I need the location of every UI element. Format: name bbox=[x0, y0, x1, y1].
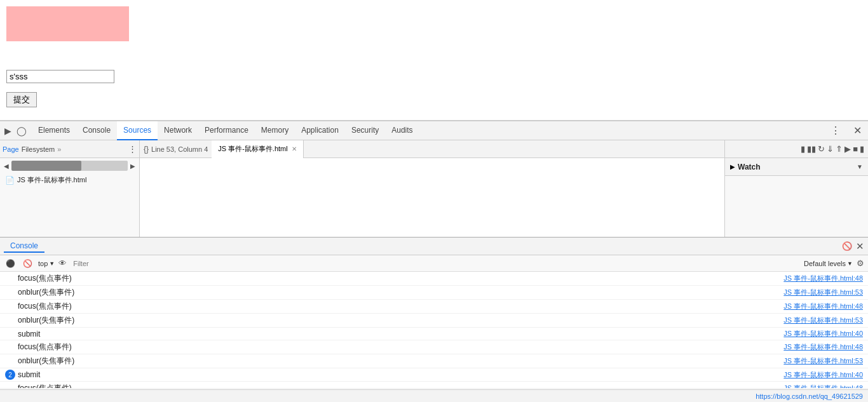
devtools-panel: ▶ ◯ Elements Console Sources Network Per… bbox=[0, 121, 868, 402]
devtools-close-icon[interactable]: ✕ bbox=[850, 123, 865, 138]
submit-button[interactable]: 提交 bbox=[6, 92, 37, 107]
step-out-icon[interactable]: ⇑ bbox=[836, 144, 843, 154]
context-arrow-icon: ▼ bbox=[49, 260, 55, 267]
sources-content-area: ◀ ▶ 📄 JS 事件-鼠标事件.html ▶ Watch ▼ bbox=[0, 158, 868, 237]
log-entry: focus(焦点事件)JS 事件-鼠标事件.html:48 bbox=[0, 300, 868, 314]
log-source-link[interactable]: JS 事件-鼠标事件.html:48 bbox=[783, 302, 863, 311]
status-url: https://blog.csdn.net/qq_49621529 bbox=[756, 392, 863, 400]
tab-console[interactable]: Console bbox=[76, 121, 117, 140]
console-filter-icon[interactable]: 🚫 bbox=[21, 258, 34, 269]
log-text: focus(焦点事件) bbox=[18, 301, 783, 312]
editor-file-tab[interactable]: JS 事件-鼠标事件.html ✕ bbox=[212, 140, 303, 158]
inspect-icon[interactable]: ▶ bbox=[3, 126, 13, 136]
tab-memory[interactable]: Memory bbox=[255, 121, 295, 140]
pause-icon[interactable]: ▮▮ bbox=[807, 144, 816, 154]
resume-icon[interactable]: ▶ bbox=[844, 144, 851, 154]
log-source-link[interactable]: JS 事件-鼠标事件.html:48 bbox=[783, 342, 863, 352]
console-stop-icon[interactable]: ⚫ bbox=[4, 258, 17, 269]
console-tabs: Console 🚫 ✕ bbox=[0, 238, 868, 255]
left-panel-tabs: Page Filesystem » ⋮ bbox=[0, 140, 140, 157]
watch-expand-icon[interactable]: ▶ bbox=[730, 163, 735, 170]
console-eye-icon[interactable]: 👁 bbox=[58, 258, 67, 268]
status-bar: https://blog.csdn.net/qq_49621529 bbox=[0, 389, 868, 402]
log-source-link[interactable]: JS 事件-鼠标事件.html:40 bbox=[783, 370, 863, 380]
console-context-selector[interactable]: top ▼ bbox=[38, 260, 55, 267]
page-area: 提交 bbox=[0, 0, 868, 121]
left-file-panel: ◀ ▶ 📄 JS 事件-鼠标事件.html bbox=[0, 158, 140, 237]
tab-network[interactable]: Network bbox=[158, 121, 198, 140]
devtools-tab-icons: ▶ ◯ bbox=[3, 126, 27, 136]
log-source-link[interactable]: JS 事件-鼠标事件.html:40 bbox=[783, 329, 863, 338]
log-text: onblur(失焦事件) bbox=[18, 315, 783, 326]
console-gear-icon[interactable]: ⚙ bbox=[857, 258, 864, 268]
log-entry: onblur(失焦事件)JS 事件-鼠标事件.html:53 bbox=[0, 286, 868, 300]
console-tab[interactable]: Console bbox=[4, 240, 44, 253]
format-icon2[interactable]: ▮ bbox=[801, 144, 805, 154]
context-label: top bbox=[38, 260, 48, 267]
tab-audits[interactable]: Audits bbox=[385, 121, 419, 140]
more-tabs-icon[interactable]: » bbox=[57, 145, 61, 153]
file-tab-label: JS 事件-鼠标事件.html bbox=[218, 144, 287, 154]
scroll-right-icon[interactable]: ▶ bbox=[130, 163, 135, 170]
console-clear-icon[interactable]: 🚫 bbox=[842, 241, 852, 251]
log-source-link[interactable]: JS 事件-鼠标事件.html:48 bbox=[783, 384, 863, 388]
log-source-link[interactable]: JS 事件-鼠标事件.html:53 bbox=[783, 288, 863, 297]
watch-controls: ▼ bbox=[857, 163, 863, 170]
step-into-icon[interactable]: ⇓ bbox=[827, 144, 834, 154]
devtools-more-icon[interactable]: ⋮ bbox=[827, 123, 844, 138]
log-text: submit bbox=[18, 370, 783, 379]
format-icon[interactable]: {} bbox=[144, 145, 149, 154]
code-editor-panel bbox=[140, 158, 725, 237]
left-panel-menu-icon[interactable]: ⋮ bbox=[128, 144, 137, 154]
tab-elements[interactable]: Elements bbox=[32, 121, 76, 140]
device-icon[interactable]: ◯ bbox=[17, 126, 27, 136]
page-tab[interactable]: Page bbox=[3, 145, 19, 153]
console-area: Console 🚫 ✕ ⚫ 🚫 top ▼ 👁 Default levels ▼… bbox=[0, 237, 868, 402]
deactivate-icon[interactable]: ■ bbox=[853, 144, 858, 154]
async-icon[interactable]: ▮ bbox=[860, 144, 864, 154]
watch-panel-header: ▶ Watch ▼ bbox=[725, 158, 868, 176]
log-text: focus(焦点事件) bbox=[18, 383, 783, 388]
log-text: focus(焦点事件) bbox=[18, 342, 783, 352]
log-entry: focus(焦点事件)JS 事件-鼠标事件.html:48 bbox=[0, 340, 868, 354]
console-close-icon[interactable]: ✕ bbox=[856, 241, 864, 252]
watch-chevron-down-icon[interactable]: ▼ bbox=[857, 163, 863, 170]
tab-sources[interactable]: Sources bbox=[117, 121, 158, 140]
log-source-link[interactable]: JS 事件-鼠标事件.html:53 bbox=[783, 316, 863, 325]
log-entry: onblur(失焦事件)JS 事件-鼠标事件.html:53 bbox=[0, 354, 868, 368]
log-text: submit bbox=[18, 330, 783, 338]
file-name-label: JS 事件-鼠标事件.html bbox=[17, 175, 86, 185]
file-tree-item[interactable]: 📄 JS 事件-鼠标事件.html bbox=[0, 173, 139, 187]
console-log: focus(焦点事件)JS 事件-鼠标事件.html:48onblur(失焦事件… bbox=[0, 272, 868, 388]
levels-label: Default levels bbox=[804, 260, 846, 267]
filesystem-tab[interactable]: Filesystem bbox=[22, 145, 55, 153]
log-entry: submitJS 事件-鼠标事件.html:40 bbox=[0, 328, 868, 340]
console-tab-actions: 🚫 ✕ bbox=[842, 241, 864, 252]
log-source-link[interactable]: JS 事件-鼠标事件.html:48 bbox=[783, 274, 863, 283]
log-text: onblur(失焦事件) bbox=[18, 356, 783, 366]
log-text: onblur(失焦事件) bbox=[18, 287, 783, 298]
text-input-area bbox=[6, 70, 114, 83]
log-entry: focus(焦点事件)JS 事件-鼠标事件.html:48 bbox=[0, 382, 868, 388]
console-filter-input[interactable] bbox=[71, 259, 800, 268]
editor-tab-close-icon[interactable]: ✕ bbox=[292, 145, 297, 152]
log-entry: 2submitJS 事件-鼠标事件.html:40 bbox=[0, 368, 868, 382]
tab-application[interactable]: Application bbox=[295, 121, 345, 140]
console-levels-selector[interactable]: Default levels ▼ bbox=[804, 260, 853, 267]
tab-performance[interactable]: Performance bbox=[198, 121, 255, 140]
tab-security[interactable]: Security bbox=[345, 121, 385, 140]
log-entry: onblur(失焦事件)JS 事件-鼠标事件.html:53 bbox=[0, 314, 868, 328]
devtools-actions: ⋮ ✕ bbox=[827, 123, 865, 138]
scroll-left-icon[interactable]: ◀ bbox=[4, 163, 9, 170]
pink-box bbox=[6, 6, 129, 41]
step-over-icon[interactable]: ↻ bbox=[818, 144, 825, 154]
log-source-link[interactable]: JS 事件-鼠标事件.html:53 bbox=[783, 356, 863, 366]
line-location-label: Line 53, Column 4 bbox=[151, 145, 208, 153]
levels-arrow-icon: ▼ bbox=[847, 260, 853, 267]
console-toolbar: ⚫ 🚫 top ▼ 👁 Default levels ▼ ⚙ bbox=[0, 255, 868, 272]
log-badge: 2 bbox=[5, 370, 15, 380]
log-text: focus(焦点事件) bbox=[18, 273, 783, 284]
sources-toolbar-row: Page Filesystem » ⋮ {} Line 53, Column 4… bbox=[0, 140, 868, 158]
devtools-tab-bar: ▶ ◯ Elements Console Sources Network Per… bbox=[0, 121, 868, 140]
text-input[interactable] bbox=[6, 70, 114, 83]
